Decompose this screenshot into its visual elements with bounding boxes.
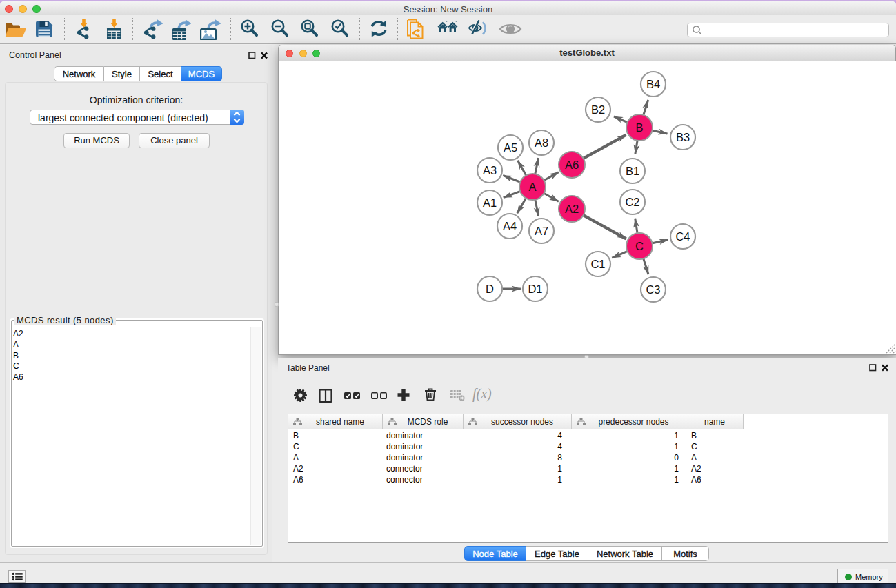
svg-text:A6: A6 bbox=[565, 159, 579, 171]
svg-text:D: D bbox=[486, 283, 494, 295]
svg-text:A5: A5 bbox=[504, 141, 517, 154]
svg-text:C: C bbox=[635, 240, 644, 252]
svg-text:C4: C4 bbox=[675, 230, 690, 243]
svg-text:B: B bbox=[635, 121, 643, 134]
svg-text:B4: B4 bbox=[646, 78, 660, 90]
svg-text:A1: A1 bbox=[483, 196, 497, 209]
svg-text:A2: A2 bbox=[565, 203, 579, 215]
svg-text:A: A bbox=[528, 181, 536, 193]
svg-text:A8: A8 bbox=[535, 136, 548, 149]
svg-text:C1: C1 bbox=[590, 258, 605, 270]
svg-text:A4: A4 bbox=[503, 220, 517, 232]
svg-text:A3: A3 bbox=[483, 164, 497, 176]
svg-text:A7: A7 bbox=[535, 225, 548, 237]
svg-text:B1: B1 bbox=[626, 165, 639, 177]
svg-text:D1: D1 bbox=[528, 283, 542, 295]
svg-text:C2: C2 bbox=[625, 196, 639, 208]
svg-text:B2: B2 bbox=[591, 103, 605, 116]
svg-text:C3: C3 bbox=[646, 283, 660, 296]
svg-text:B3: B3 bbox=[676, 131, 690, 143]
